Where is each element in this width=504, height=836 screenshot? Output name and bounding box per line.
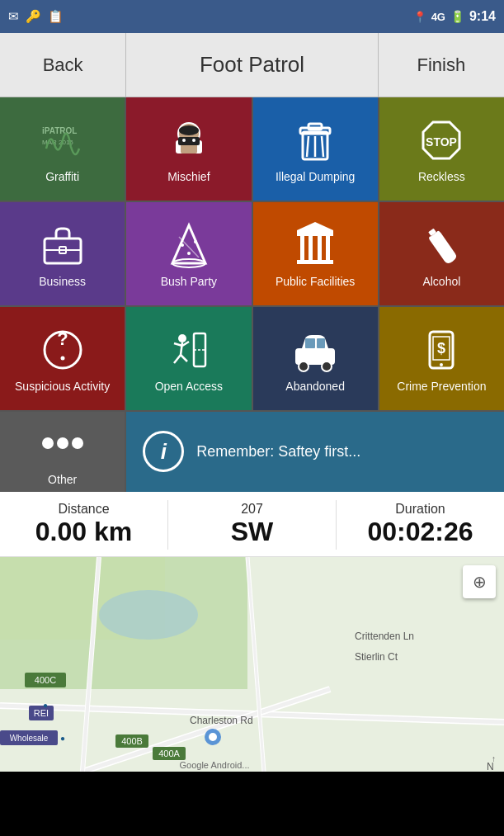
svg-line-45 (174, 343, 182, 346)
reckless-button[interactable]: STOP Reckless (379, 97, 504, 201)
business-label: Business (39, 275, 86, 289)
locate-icon: ⊕ (473, 572, 487, 592)
email-icon: ✉ (8, 9, 19, 24)
svg-point-26 (187, 252, 191, 255)
alcohol-icon (417, 220, 466, 270)
svg-point-38 (60, 357, 64, 361)
svg-point-58 (72, 437, 83, 449)
party-icon (164, 220, 214, 270)
svg-point-24 (181, 243, 184, 247)
compass-degrees: 207 (241, 502, 263, 517)
distance-stat: Distance 0.00 km (0, 502, 167, 547)
graffiti-label: Graffiti (45, 170, 79, 184)
duration-label: Duration (395, 502, 445, 517)
svg-point-61 (99, 590, 198, 640)
public-facilities-label: Public Facilities (276, 275, 355, 289)
alcohol-button[interactable]: Alcohol (379, 202, 504, 305)
map-background: 400C REI ● Wholesale ● 400B 400A Critten… (0, 557, 504, 772)
svg-line-65 (82, 689, 330, 772)
svg-point-48 (299, 361, 309, 371)
illegal-dumping-button[interactable]: Illegal Dumping (253, 97, 378, 201)
key-icon: 🔑 (26, 9, 41, 24)
svg-point-8 (179, 125, 199, 135)
svg-text:Crittenden Ln: Crittenden Ln (355, 631, 414, 642)
svg-text:400C: 400C (35, 675, 56, 685)
svg-rect-30 (300, 236, 304, 260)
dumping-icon (290, 116, 340, 165)
crime-prevention-icon: $ (417, 325, 466, 375)
graffiti-icon: iPATROL MAR 2015 (38, 116, 87, 165)
sim-icon: 📋 (48, 9, 64, 24)
open-access-label: Open Access (155, 380, 224, 394)
car-icon (290, 325, 340, 375)
svg-text:↑: ↑ (492, 754, 496, 763)
svg-rect-29 (297, 230, 333, 236)
svg-point-49 (322, 361, 332, 371)
battery-icon: 🔋 (450, 10, 464, 23)
back-button[interactable]: Back (0, 33, 126, 97)
patrol-title: Foot Patrol (126, 33, 379, 97)
stop-icon: STOP (417, 116, 466, 165)
mischief-icon (164, 116, 214, 165)
crime-prevention-label: Crime Prevention (397, 380, 486, 394)
info-icon: i (143, 431, 184, 472)
open-access-button[interactable]: Open Access (126, 307, 251, 410)
svg-point-57 (57, 437, 68, 449)
svg-text:400A: 400A (158, 749, 180, 758)
top-nav: Back Foot Patrol Finish (0, 33, 504, 97)
map-roads: 400C REI ● Wholesale ● 400B 400A Critten… (0, 557, 504, 772)
suspicious-activity-button[interactable]: ? Suspicious Activity (0, 307, 125, 410)
svg-rect-33 (326, 236, 330, 260)
svg-rect-31 (309, 236, 313, 260)
svg-rect-51 (317, 338, 325, 348)
svg-point-55 (440, 363, 443, 366)
svg-point-41 (178, 334, 186, 342)
crime-prevention-button[interactable]: $ Crime Prevention (379, 307, 504, 410)
svg-marker-34 (297, 222, 333, 230)
bush-party-button[interactable]: Bush Party (126, 202, 251, 305)
svg-text:Google Android...: Google Android... (179, 760, 249, 770)
graffiti-button[interactable]: iPATROL MAR 2015 Graffiti (0, 97, 125, 201)
distance-label: Distance (58, 502, 109, 517)
other-button[interactable]: Other (0, 412, 125, 492)
svg-line-16 (322, 136, 323, 157)
public-facilities-button[interactable]: Public Facilities (253, 202, 378, 305)
svg-point-56 (42, 437, 54, 449)
svg-point-10 (192, 139, 195, 142)
duration-value: 00:02:26 (367, 517, 473, 547)
mischief-label: Mischief (167, 170, 210, 184)
locate-button[interactable]: ⊕ (463, 565, 496, 598)
map-view[interactable]: 400C REI ● Wholesale ● 400B 400A Critten… (0, 557, 504, 772)
suspicious-icon: ? (38, 325, 87, 375)
status-left-icons: ✉ 🔑 📋 (8, 9, 64, 24)
svg-text:400B: 400B (121, 736, 143, 746)
svg-point-25 (194, 240, 197, 243)
svg-marker-22 (172, 225, 205, 263)
svg-line-69 (247, 557, 264, 772)
svg-text:Charleston Rd: Charleston Rd (190, 715, 253, 726)
abandoned-button[interactable]: Abandoned (253, 307, 378, 410)
finish-button[interactable]: Finish (379, 33, 504, 97)
incident-grid: iPATROL MAR 2015 Graffiti Mischief (0, 97, 504, 492)
svg-point-9 (182, 139, 186, 142)
duration-stat: Duration 00:02:26 (337, 502, 504, 547)
location-icon: 📍 (413, 11, 426, 23)
open-access-icon (164, 325, 214, 375)
mischief-button[interactable]: Mischief (126, 97, 251, 201)
stats-bar: Distance 0.00 km 207 SW Duration 00:02:2… (0, 492, 504, 557)
info-message: Remember: Saftey first... (196, 443, 360, 461)
status-right-icons: 📍 4G 🔋 9:14 (413, 9, 496, 24)
compass-direction: SW (231, 517, 274, 547)
business-button[interactable]: Business (0, 202, 125, 305)
svg-text:STOP: STOP (426, 135, 457, 149)
compass-stat: 207 SW (168, 502, 336, 547)
svg-text:$: $ (437, 340, 445, 357)
info-banner: i Remember: Saftey first... (126, 412, 504, 492)
status-bar: ✉ 🔑 📋 📍 4G 🔋 9:14 (0, 0, 504, 33)
alcohol-label: Alcohol (422, 275, 460, 289)
signal-4g: 4G (431, 11, 445, 23)
svg-line-43 (174, 355, 181, 363)
svg-text:●: ● (60, 734, 65, 743)
clock: 9:14 (469, 9, 496, 24)
facilities-icon (290, 220, 340, 270)
